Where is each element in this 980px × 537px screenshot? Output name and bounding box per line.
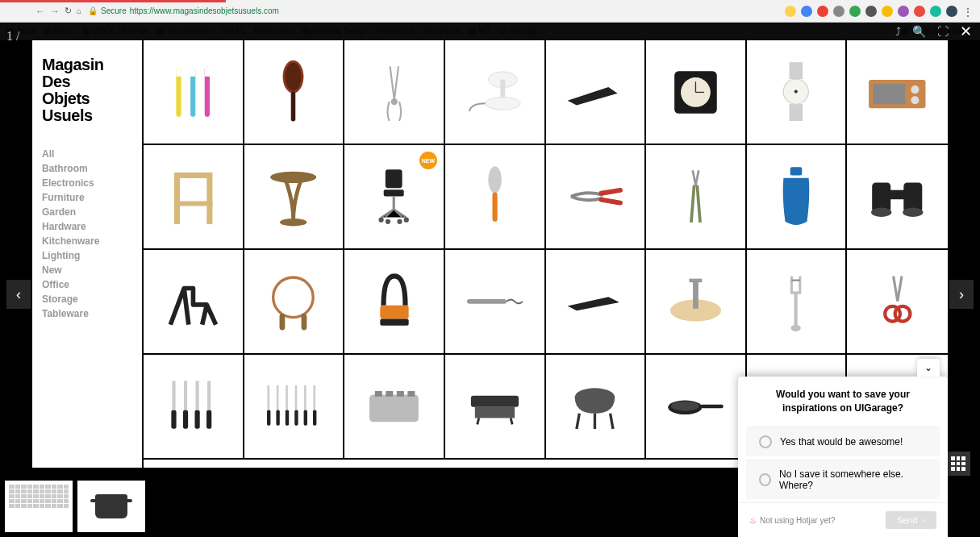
svg-rect-20: [790, 105, 803, 122]
category-electronics[interactable]: Electronics: [42, 176, 132, 190]
ext-icon[interactable]: [865, 6, 877, 17]
product-cheese-board[interactable]: [646, 250, 747, 355]
url-bar[interactable]: 🔒 Secure https://www.magasindesobjetsusu…: [88, 6, 279, 15]
thumbnail-2[interactable]: [77, 481, 145, 532]
secure-label: Secure: [101, 6, 127, 15]
product-white-lamp[interactable]: [445, 40, 546, 145]
product-image: [765, 58, 828, 125]
product-image: [664, 163, 728, 230]
product-frying-pan[interactable]: [646, 355, 747, 460]
product-knife-set-4[interactable]: [144, 355, 244, 460]
product-image: [362, 58, 426, 125]
product-image: [865, 58, 930, 125]
product-wooden-stool[interactable]: [144, 145, 244, 250]
home-button[interactable]: ⌂: [77, 6, 81, 15]
svg-rect-72: [304, 410, 307, 425]
product-raclette-grill[interactable]: [445, 355, 546, 460]
category-tableware[interactable]: Tableware: [42, 306, 132, 321]
product-toaster[interactable]: [344, 355, 445, 460]
survey-collapse-button[interactable]: ⌄: [917, 359, 940, 377]
product-black-clip[interactable]: [546, 250, 647, 355]
svg-rect-3: [190, 67, 195, 77]
category-furniture[interactable]: Furniture: [42, 190, 132, 205]
menu-icon[interactable]: ⋮: [962, 6, 974, 17]
fullscreen-icon[interactable]: ⛶: [937, 25, 949, 38]
survey-option-yes[interactable]: Yes that would be awesome!: [746, 427, 940, 456]
product-jump-rope[interactable]: [244, 250, 345, 355]
product-image: [563, 163, 627, 230]
product-peeler[interactable]: [747, 250, 848, 355]
svg-line-82: [511, 418, 512, 425]
svg-rect-66: [194, 410, 199, 429]
lightbox-toolbar: ⤴ 🔍 ⛶ ✕: [0, 23, 980, 40]
hotjar-link[interactable]: Not using Hotjar yet?: [760, 516, 835, 525]
svg-rect-52: [380, 319, 408, 326]
survey-option-no[interactable]: No I save it somewhere else. Where?: [746, 460, 940, 499]
svg-point-37: [398, 219, 402, 224]
thumbnail-1[interactable]: [5, 481, 73, 532]
next-button[interactable]: ›: [949, 280, 974, 309]
category-hardware[interactable]: Hardware: [42, 219, 132, 234]
ext-icon[interactable]: [833, 6, 844, 17]
zoom-icon[interactable]: 🔍: [912, 25, 926, 38]
svg-rect-45: [889, 190, 906, 200]
grid-view-toggle[interactable]: [946, 452, 970, 476]
reload-button[interactable]: ↻: [65, 6, 72, 16]
svg-rect-67: [206, 410, 211, 429]
product-binoculars[interactable]: [847, 145, 948, 250]
forward-button[interactable]: →: [50, 6, 60, 17]
product-office-chair[interactable]: NEW: [344, 145, 445, 250]
product-pruning-shears[interactable]: [546, 145, 647, 250]
close-icon[interactable]: ✕: [960, 23, 972, 40]
ext-icon[interactable]: [930, 6, 941, 17]
product-hairbrush[interactable]: [244, 40, 345, 145]
svg-point-59: [791, 325, 801, 331]
category-storage[interactable]: Storage: [42, 292, 132, 306]
product-image: [161, 373, 225, 439]
prev-button[interactable]: ‹: [6, 280, 31, 309]
product-watch[interactable]: [747, 40, 848, 145]
active-tab-indicator: [0, 0, 226, 2]
svg-point-46: [871, 208, 891, 218]
svg-point-36: [386, 219, 390, 224]
product-alarm-clock[interactable]: [646, 40, 747, 145]
product-wooden-side-table[interactable]: [244, 145, 345, 250]
category-office[interactable]: Office: [42, 277, 132, 292]
ext-icon[interactable]: [898, 6, 909, 17]
product-loppers[interactable]: [646, 145, 747, 250]
browser-chrome: ← → ↻ ⌂ 🔒 Secure https://www.magasindeso…: [0, 0, 980, 23]
product-wooden-radio[interactable]: [847, 40, 948, 145]
product-black-stapler[interactable]: [546, 40, 647, 145]
category-lighting[interactable]: Lighting: [42, 248, 132, 263]
ext-icon[interactable]: [849, 6, 861, 17]
send-button[interactable]: Send›: [886, 511, 936, 529]
category-bathroom[interactable]: Bathroom: [42, 161, 132, 176]
product-step-stool[interactable]: [144, 250, 244, 355]
product-nail-clippers[interactable]: [344, 40, 445, 145]
ext-icon[interactable]: [785, 6, 796, 17]
ext-icon[interactable]: [801, 6, 812, 17]
product-garden-trowel[interactable]: [445, 145, 546, 250]
category-new[interactable]: New: [42, 263, 132, 277]
product-knife-set-6[interactable]: [244, 355, 345, 460]
svg-rect-49: [280, 314, 286, 330]
product-kitchen-shears[interactable]: [847, 250, 948, 355]
product-image: [664, 373, 728, 439]
svg-point-35: [404, 218, 409, 223]
product-hot-water-bottle[interactable]: [747, 145, 848, 250]
product-corkscrew[interactable]: [445, 250, 546, 355]
share-icon[interactable]: ⤴: [895, 25, 901, 38]
product-bike-lock[interactable]: [344, 250, 445, 355]
category-garden[interactable]: Garden: [42, 205, 132, 219]
ext-icon[interactable]: [946, 6, 957, 17]
ext-icon[interactable]: [914, 6, 925, 17]
category-all[interactable]: All: [42, 147, 132, 161]
product-fondue-pot[interactable]: [546, 355, 647, 460]
product-image: [161, 268, 225, 335]
back-button[interactable]: ←: [35, 6, 45, 17]
category-kitchenware[interactable]: Kitchenware: [42, 234, 132, 248]
ext-icon[interactable]: [882, 6, 893, 17]
product-toothbrushes[interactable]: [144, 40, 244, 145]
logo[interactable]: MagasinDesObjetsUsuels: [42, 56, 132, 124]
ext-icon[interactable]: [817, 6, 828, 17]
